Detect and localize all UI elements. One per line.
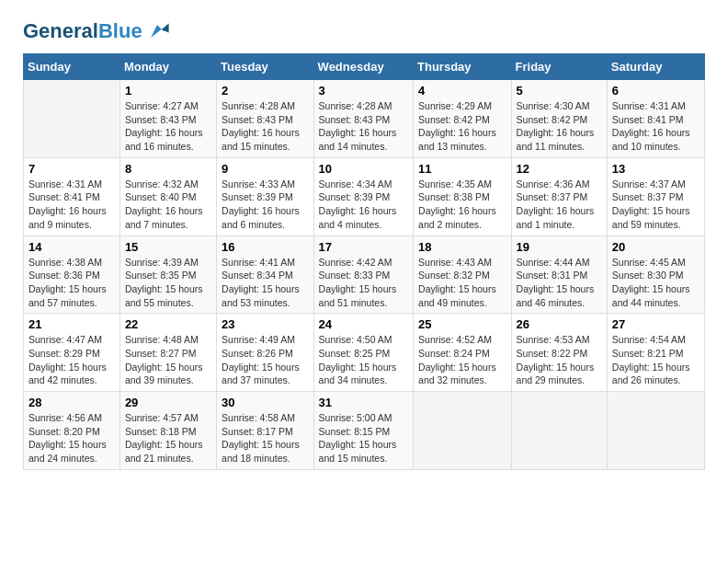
day-number: 3 bbox=[319, 84, 408, 98]
day-info: Sunrise: 4:49 AM Sunset: 8:26 PM Dayligh… bbox=[222, 333, 309, 387]
page-header: GeneralBlue bbox=[23, 18, 705, 44]
day-number: 22 bbox=[125, 317, 211, 331]
day-info: Sunrise: 4:43 AM Sunset: 8:32 PM Dayligh… bbox=[418, 256, 506, 310]
day-info: Sunrise: 4:31 AM Sunset: 8:41 PM Dayligh… bbox=[28, 178, 115, 232]
day-info: Sunrise: 4:36 AM Sunset: 8:37 PM Dayligh… bbox=[517, 178, 602, 232]
calendar-cell: 1Sunrise: 4:27 AM Sunset: 8:43 PM Daylig… bbox=[119, 80, 216, 158]
day-number: 27 bbox=[612, 317, 700, 331]
calendar-cell: 15Sunrise: 4:39 AM Sunset: 8:35 PM Dayli… bbox=[119, 236, 216, 314]
day-number: 31 bbox=[319, 396, 408, 409]
day-info: Sunrise: 4:28 AM Sunset: 8:43 PM Dayligh… bbox=[222, 99, 309, 154]
calendar-cell: 10Sunrise: 4:34 AM Sunset: 8:39 PM Dayli… bbox=[313, 157, 413, 236]
calendar-cell: 14Sunrise: 4:38 AM Sunset: 8:36 PM Dayli… bbox=[24, 236, 120, 314]
day-info: Sunrise: 4:56 AM Sunset: 8:20 PM Dayligh… bbox=[28, 411, 115, 465]
day-info: Sunrise: 4:34 AM Sunset: 8:39 PM Dayligh… bbox=[319, 178, 408, 232]
weekday-header: Thursday bbox=[414, 54, 512, 80]
logo-icon bbox=[144, 18, 170, 44]
calendar-cell: 13Sunrise: 4:37 AM Sunset: 8:37 PM Dayli… bbox=[607, 157, 704, 236]
calendar-cell bbox=[24, 80, 120, 158]
calendar-cell: 28Sunrise: 4:56 AM Sunset: 8:20 PM Dayli… bbox=[24, 392, 120, 470]
day-number: 26 bbox=[517, 317, 602, 331]
day-info: Sunrise: 4:38 AM Sunset: 8:36 PM Dayligh… bbox=[28, 256, 115, 310]
calendar-cell: 25Sunrise: 4:52 AM Sunset: 8:24 PM Dayli… bbox=[414, 314, 512, 392]
calendar-week-row: 14Sunrise: 4:38 AM Sunset: 8:36 PM Dayli… bbox=[24, 236, 705, 314]
day-number: 13 bbox=[612, 162, 700, 176]
calendar-cell: 27Sunrise: 4:54 AM Sunset: 8:21 PM Dayli… bbox=[607, 314, 704, 392]
weekday-header: Friday bbox=[511, 54, 607, 80]
day-number: 19 bbox=[517, 240, 602, 254]
day-info: Sunrise: 4:50 AM Sunset: 8:25 PM Dayligh… bbox=[319, 333, 408, 387]
day-info: Sunrise: 4:48 AM Sunset: 8:27 PM Dayligh… bbox=[125, 333, 211, 387]
day-info: Sunrise: 4:52 AM Sunset: 8:24 PM Dayligh… bbox=[418, 333, 506, 387]
day-number: 1 bbox=[125, 84, 211, 98]
calendar-cell: 30Sunrise: 4:58 AM Sunset: 8:17 PM Dayli… bbox=[217, 392, 314, 470]
calendar-cell: 31Sunrise: 5:00 AM Sunset: 8:15 PM Dayli… bbox=[313, 392, 413, 470]
day-info: Sunrise: 4:28 AM Sunset: 8:43 PM Dayligh… bbox=[319, 99, 408, 154]
day-number: 9 bbox=[222, 162, 309, 176]
day-number: 15 bbox=[125, 240, 211, 254]
calendar-cell: 24Sunrise: 4:50 AM Sunset: 8:25 PM Dayli… bbox=[313, 314, 413, 392]
calendar-week-row: 7Sunrise: 4:31 AM Sunset: 8:41 PM Daylig… bbox=[24, 157, 705, 236]
calendar-cell: 12Sunrise: 4:36 AM Sunset: 8:37 PM Dayli… bbox=[511, 157, 607, 236]
calendar-cell: 23Sunrise: 4:49 AM Sunset: 8:26 PM Dayli… bbox=[217, 314, 314, 392]
calendar-cell: 4Sunrise: 4:29 AM Sunset: 8:42 PM Daylig… bbox=[414, 80, 512, 158]
day-info: Sunrise: 4:37 AM Sunset: 8:37 PM Dayligh… bbox=[612, 178, 700, 232]
day-info: Sunrise: 4:58 AM Sunset: 8:17 PM Dayligh… bbox=[222, 411, 309, 465]
weekday-header: Wednesday bbox=[313, 54, 413, 80]
day-number: 20 bbox=[612, 240, 700, 254]
day-number: 7 bbox=[28, 162, 115, 176]
calendar-cell: 22Sunrise: 4:48 AM Sunset: 8:27 PM Dayli… bbox=[119, 314, 216, 392]
calendar-cell bbox=[607, 392, 704, 470]
weekday-header: Sunday bbox=[24, 54, 120, 80]
day-info: Sunrise: 4:41 AM Sunset: 8:34 PM Dayligh… bbox=[222, 256, 309, 310]
day-number: 12 bbox=[517, 162, 602, 176]
day-info: Sunrise: 4:39 AM Sunset: 8:35 PM Dayligh… bbox=[125, 256, 211, 310]
day-number: 23 bbox=[222, 317, 309, 331]
weekday-header: Tuesday bbox=[217, 54, 314, 80]
day-info: Sunrise: 4:29 AM Sunset: 8:42 PM Dayligh… bbox=[418, 99, 506, 154]
calendar-cell: 18Sunrise: 4:43 AM Sunset: 8:32 PM Dayli… bbox=[414, 236, 512, 314]
calendar-cell: 2Sunrise: 4:28 AM Sunset: 8:43 PM Daylig… bbox=[217, 80, 314, 158]
day-info: Sunrise: 4:35 AM Sunset: 8:38 PM Dayligh… bbox=[418, 178, 506, 232]
day-info: Sunrise: 4:44 AM Sunset: 8:31 PM Dayligh… bbox=[517, 256, 602, 310]
calendar-cell: 26Sunrise: 4:53 AM Sunset: 8:22 PM Dayli… bbox=[511, 314, 607, 392]
day-number: 25 bbox=[418, 317, 506, 331]
calendar-cell: 6Sunrise: 4:31 AM Sunset: 8:41 PM Daylig… bbox=[607, 80, 704, 158]
calendar-week-row: 28Sunrise: 4:56 AM Sunset: 8:20 PM Dayli… bbox=[24, 392, 705, 470]
day-number: 6 bbox=[612, 84, 700, 98]
day-number: 30 bbox=[222, 396, 309, 409]
day-info: Sunrise: 4:57 AM Sunset: 8:18 PM Dayligh… bbox=[125, 411, 211, 465]
day-info: Sunrise: 4:31 AM Sunset: 8:41 PM Dayligh… bbox=[612, 99, 700, 154]
calendar-cell: 9Sunrise: 4:33 AM Sunset: 8:39 PM Daylig… bbox=[217, 157, 314, 236]
calendar-cell: 29Sunrise: 4:57 AM Sunset: 8:18 PM Dayli… bbox=[119, 392, 216, 470]
calendar-cell bbox=[414, 392, 512, 470]
day-number: 4 bbox=[418, 84, 506, 98]
calendar-cell: 7Sunrise: 4:31 AM Sunset: 8:41 PM Daylig… bbox=[24, 157, 120, 236]
day-info: Sunrise: 4:27 AM Sunset: 8:43 PM Dayligh… bbox=[125, 99, 211, 154]
day-info: Sunrise: 4:33 AM Sunset: 8:39 PM Dayligh… bbox=[222, 178, 309, 232]
calendar-cell: 19Sunrise: 4:44 AM Sunset: 8:31 PM Dayli… bbox=[511, 236, 607, 314]
logo-text: GeneralBlue bbox=[23, 20, 142, 42]
day-info: Sunrise: 4:45 AM Sunset: 8:30 PM Dayligh… bbox=[612, 256, 700, 310]
day-info: Sunrise: 4:53 AM Sunset: 8:22 PM Dayligh… bbox=[517, 333, 602, 387]
day-number: 21 bbox=[28, 317, 115, 331]
day-info: Sunrise: 4:47 AM Sunset: 8:29 PM Dayligh… bbox=[28, 333, 115, 387]
day-number: 28 bbox=[28, 396, 115, 409]
day-number: 8 bbox=[125, 162, 211, 176]
day-number: 29 bbox=[125, 396, 211, 409]
weekday-header: Monday bbox=[119, 54, 216, 80]
day-info: Sunrise: 4:32 AM Sunset: 8:40 PM Dayligh… bbox=[125, 178, 211, 232]
calendar-cell: 3Sunrise: 4:28 AM Sunset: 8:43 PM Daylig… bbox=[313, 80, 413, 158]
calendar-cell: 20Sunrise: 4:45 AM Sunset: 8:30 PM Dayli… bbox=[607, 236, 704, 314]
day-number: 17 bbox=[319, 240, 408, 254]
calendar-week-row: 1Sunrise: 4:27 AM Sunset: 8:43 PM Daylig… bbox=[24, 80, 705, 158]
calendar-cell: 11Sunrise: 4:35 AM Sunset: 8:38 PM Dayli… bbox=[414, 157, 512, 236]
day-number: 5 bbox=[517, 84, 602, 98]
day-info: Sunrise: 4:30 AM Sunset: 8:42 PM Dayligh… bbox=[517, 99, 602, 154]
calendar-cell: 5Sunrise: 4:30 AM Sunset: 8:42 PM Daylig… bbox=[511, 80, 607, 158]
calendar-cell bbox=[511, 392, 607, 470]
day-number: 16 bbox=[222, 240, 309, 254]
calendar-cell: 21Sunrise: 4:47 AM Sunset: 8:29 PM Dayli… bbox=[24, 314, 120, 392]
calendar-cell: 17Sunrise: 4:42 AM Sunset: 8:33 PM Dayli… bbox=[313, 236, 413, 314]
logo: GeneralBlue bbox=[23, 18, 170, 44]
